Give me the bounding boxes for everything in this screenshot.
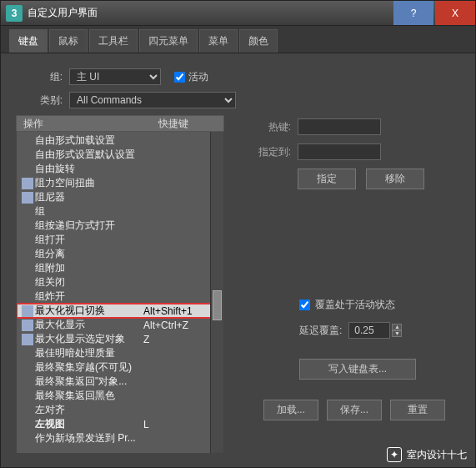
scroll-thumb[interactable] [213,290,222,320]
item-label: 组关闭 [35,275,143,289]
hotkey-label: 热键: [241,120,291,134]
tab-1[interactable]: 鼠标 [49,29,88,53]
load-button[interactable]: 加载... [263,400,318,420]
item-icon [22,206,33,218]
category-label: 类别: [16,93,63,108]
delay-label: 延迟覆盖: [299,324,342,338]
item-label: 左对齐 [35,403,143,417]
tab-2[interactable]: 工具栏 [89,29,138,53]
item-icon [22,348,33,360]
item-label: 组按递归方式打开 [35,219,143,233]
list-item[interactable]: 组按递归方式打开 [17,219,223,233]
watermark-logo: ✦ [387,447,402,462]
list-item[interactable]: 组分离 [17,247,223,261]
active-checkbox[interactable] [174,72,185,83]
list-item[interactable]: 最佳明暗处理质量 [17,346,223,360]
item-label: 最大化显示选定对象 [35,332,143,346]
list-item[interactable]: 作为新场景发送到 Pr... [17,431,223,445]
list-item[interactable]: 最终聚集返回"对象... [17,375,223,389]
reset-button[interactable]: 重置 [390,400,445,420]
item-label: 自由旋转 [35,162,143,176]
remove-button[interactable]: 移除 [366,169,424,189]
close-button[interactable]: X [435,1,475,25]
item-icon [22,234,33,246]
spin-up[interactable]: ▲ [392,324,402,330]
item-icon [22,263,33,274]
hotkey-input[interactable] [298,118,381,135]
item-icon [22,135,33,147]
item-icon [22,220,33,232]
item-icon [22,376,33,388]
item-label: 作为新场景发送到 Pr... [35,431,143,445]
col-action[interactable]: 操作 [17,117,158,131]
list-item[interactable]: 最大化显示Alt+Ctrl+Z [17,318,223,332]
item-label: 最终聚集穿越(不可见) [35,360,143,375]
list-item[interactable]: 自由形式加载设置 [17,133,223,148]
help-button[interactable]: ? [393,1,433,25]
item-icon [22,320,33,331]
tab-4[interactable]: 菜单 [199,29,238,53]
list-item[interactable]: 组 [17,204,223,219]
list-item[interactable]: 组炸开 [17,289,223,304]
item-icon [22,433,33,445]
item-icon [22,362,33,374]
category-select[interactable]: All Commands [69,92,236,108]
list-item[interactable]: 左视图L [17,417,223,431]
item-label: 最大化显示 [35,318,143,332]
override-label: 覆盖处于活动状态 [315,298,395,312]
list-item[interactable]: 组关闭 [17,275,223,289]
item-label: 阻力空间扭曲 [35,176,143,190]
item-label: 最佳明暗处理质量 [35,346,143,360]
item-label: 组 [35,204,143,219]
window-title: 自定义用户界面 [28,6,392,20]
list-item[interactable]: 最大化视口切换Alt+Shift+1 [17,304,223,318]
assigned-label: 指定到: [241,145,291,159]
list-item[interactable]: 组打开 [17,233,223,247]
item-label: 组分离 [35,247,143,261]
watermark: ✦ 室内设计十七 [387,447,467,462]
tab-5[interactable]: 颜色 [239,29,278,53]
item-icon [22,334,33,345]
item-shortcut: Alt+Ctrl+Z [143,320,208,331]
list-item[interactable]: 组附加 [17,261,223,275]
col-shortcut[interactable]: 快捷键 [158,117,223,131]
item-label: 组炸开 [35,289,143,304]
item-label: 阻尼器 [35,190,143,204]
tab-0[interactable]: 键盘 [9,29,48,53]
list-item[interactable]: 阻力空间扭曲 [17,176,223,190]
item-icon [22,277,33,289]
item-icon [22,149,33,161]
item-label: 自由形式加载设置 [35,133,143,148]
item-shortcut: Alt+Shift+1 [143,305,208,317]
list-item[interactable]: 最终聚集返回黑色 [17,389,223,403]
list-item[interactable]: 自由旋转 [17,162,223,176]
assign-button[interactable]: 指定 [298,169,356,189]
list-item[interactable]: 最终聚集穿越(不可见) [17,360,223,375]
list-item[interactable]: 左对齐 [17,403,223,417]
item-icon [22,405,33,416]
item-label: 最终聚集返回"对象... [35,375,143,389]
item-label: 左视图 [35,417,143,431]
group-select[interactable]: 主 UI [69,68,161,85]
scrollbar[interactable] [210,132,223,453]
delay-value[interactable]: 0.25 [348,322,390,339]
item-label: 最终聚集返回黑色 [35,389,143,403]
list-item[interactable]: 最大化显示选定对象Z [17,332,223,346]
item-shortcut: Z [143,334,208,345]
write-keyboard-button[interactable]: 写入键盘表... [299,359,416,380]
tab-3[interactable]: 四元菜单 [139,29,198,53]
group-label: 组: [16,70,63,84]
item-icon [22,178,33,189]
item-label: 最大化视口切换 [35,304,143,318]
active-label: 活动 [188,70,208,84]
save-button[interactable]: 保存... [327,400,382,420]
action-list[interactable]: 自由形式加载设置自由形式设置默认设置自由旋转阻力空间扭曲阻尼器组组按递归方式打开… [16,132,224,454]
list-item[interactable]: 阻尼器 [17,190,223,204]
list-item[interactable]: 自由形式设置默认设置 [17,148,223,162]
assigned-input[interactable] [298,143,381,160]
item-icon [22,291,33,303]
item-label: 组附加 [35,261,143,275]
spin-down[interactable]: ▼ [392,330,402,337]
override-checkbox[interactable] [299,299,310,310]
item-icon [22,192,33,204]
